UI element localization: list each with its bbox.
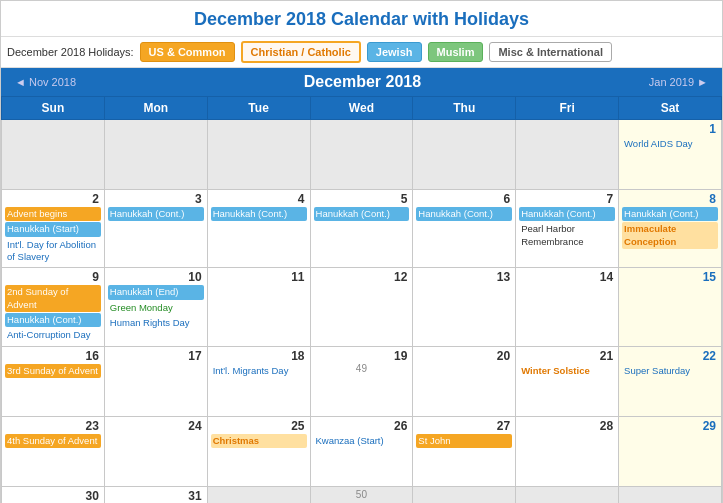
table-row: 23 4th Sunday of Advent 24 25 Christmas … <box>2 416 722 486</box>
day-14: 14 <box>516 268 619 346</box>
event-winter-solstice: Winter Solstice <box>519 364 615 378</box>
event-world-aids: World AIDS Day <box>622 137 718 151</box>
day-number: 9 <box>5 270 101 284</box>
day-12: 12 <box>310 268 413 346</box>
col-fri: Fri <box>516 97 619 120</box>
day-3: 3 Hanukkah (Cont.) <box>104 190 207 268</box>
day-number: 29 <box>622 419 718 433</box>
day-empty <box>104 120 207 190</box>
event-migrants-day: Int'l. Migrants Day <box>211 364 307 378</box>
event-hanukkah-cont: Hanukkah (Cont.) <box>416 207 512 221</box>
day-30: 30 <box>2 486 105 503</box>
event-green-monday: Green Monday <box>108 301 204 315</box>
event-st-john: St John <box>416 434 512 448</box>
table-row: 30 31 50 <box>2 486 722 503</box>
day-number: 17 <box>108 349 204 363</box>
col-tue: Tue <box>207 97 310 120</box>
day-29: 29 <box>619 416 722 486</box>
day-empty <box>619 486 722 503</box>
day-9: 9 2nd Sunday of Advent Hanukkah (Cont.) … <box>2 268 105 346</box>
day-27: 27 St John <box>413 416 516 486</box>
day-number: 26 <box>314 419 410 433</box>
week-number-49: 49 <box>314 363 410 374</box>
day-number: 15 <box>622 270 718 284</box>
badge-us-common[interactable]: US & Common <box>140 42 235 62</box>
day-number: 24 <box>108 419 204 433</box>
event-4th-advent: 4th Sunday of Advent <box>5 434 101 448</box>
calendar-nav: ◄ Nov 2018 December 2018 Jan 2019 ► <box>1 68 722 96</box>
holiday-bar-label: December 2018 Holidays: <box>7 46 134 58</box>
event-immaculate: Immaculate Conception <box>622 222 718 249</box>
day-number: 6 <box>416 192 512 206</box>
day-24: 24 <box>104 416 207 486</box>
day-number: 28 <box>519 419 615 433</box>
event-pearl-harbor: Pearl Harbor Remembrance <box>519 222 615 249</box>
day-17: 17 <box>104 346 207 416</box>
table-row: 2 Advent begins Hanukkah (Start) Int'l. … <box>2 190 722 268</box>
col-sat: Sat <box>619 97 722 120</box>
day-20: 20 <box>413 346 516 416</box>
day-number: 31 <box>108 489 204 503</box>
event-hanukkah-cont: Hanukkah (Cont.) <box>622 207 718 221</box>
day-number: 20 <box>416 349 512 363</box>
day-11: 11 <box>207 268 310 346</box>
day-number: 27 <box>416 419 512 433</box>
badge-misc[interactable]: Misc & International <box>489 42 612 62</box>
day-empty <box>207 120 310 190</box>
day-16: 16 3rd Sunday of Advent <box>2 346 105 416</box>
prev-month-link[interactable]: ◄ Nov 2018 <box>11 76 80 88</box>
day-number: 11 <box>211 270 307 284</box>
day-number: 30 <box>5 489 101 503</box>
event-hanukkah-cont: Hanukkah (Cont.) <box>211 207 307 221</box>
badge-muslim[interactable]: Muslim <box>428 42 484 62</box>
event-hanukkah-end: Hanukkah (End) <box>108 285 204 299</box>
day-15: 15 <box>619 268 722 346</box>
event-3rd-advent: 3rd Sunday of Advent <box>5 364 101 378</box>
badge-jewish[interactable]: Jewish <box>367 42 422 62</box>
day-empty <box>516 486 619 503</box>
day-number: 23 <box>5 419 101 433</box>
event-advent-begins: Advent begins <box>5 207 101 221</box>
day-10: 10 Hanukkah (End) Green Monday Human Rig… <box>104 268 207 346</box>
day-21: 21 Winter Solstice <box>516 346 619 416</box>
day-empty: 50 <box>310 486 413 503</box>
day-number: 14 <box>519 270 615 284</box>
event-hanukkah-cont: Hanukkah (Cont.) <box>314 207 410 221</box>
day-empty <box>207 486 310 503</box>
next-month-link[interactable]: Jan 2019 ► <box>645 76 712 88</box>
day-number: 10 <box>108 270 204 284</box>
day-5: 5 Hanukkah (Cont.) <box>310 190 413 268</box>
table-row: 9 2nd Sunday of Advent Hanukkah (Cont.) … <box>2 268 722 346</box>
event-christmas: Christmas <box>211 434 307 448</box>
col-mon: Mon <box>104 97 207 120</box>
day-number: 8 <box>622 192 718 206</box>
day-empty <box>2 120 105 190</box>
day-number: 13 <box>416 270 512 284</box>
day-8: 8 Hanukkah (Cont.) Immaculate Conception <box>619 190 722 268</box>
day-number: 25 <box>211 419 307 433</box>
day-2: 2 Advent begins Hanukkah (Start) Int'l. … <box>2 190 105 268</box>
day-number: 12 <box>314 270 410 284</box>
day-19: 19 49 <box>310 346 413 416</box>
event-2nd-advent: 2nd Sunday of Advent <box>5 285 101 312</box>
badge-christian[interactable]: Christian / Catholic <box>241 41 361 63</box>
event-super-saturday: Super Saturday <box>622 364 718 378</box>
col-wed: Wed <box>310 97 413 120</box>
holiday-bar: December 2018 Holidays: US & Common Chri… <box>1 36 722 68</box>
day-number: 5 <box>314 192 410 206</box>
page-title: December 2018 Calendar with Holidays <box>1 1 722 36</box>
event-hanukkah-cont: Hanukkah (Cont.) <box>108 207 204 221</box>
event-hanukkah-cont: Hanukkah (Cont.) <box>5 313 101 327</box>
calendar-table: Sun Mon Tue Wed Thu Fri Sat 1 World AI <box>1 96 722 503</box>
day-23: 23 4th Sunday of Advent <box>2 416 105 486</box>
day-number: 21 <box>519 349 615 363</box>
col-thu: Thu <box>413 97 516 120</box>
day-7: 7 Hanukkah (Cont.) Pearl Harbor Remembra… <box>516 190 619 268</box>
event-hanukkah-start: Hanukkah (Start) <box>5 222 101 236</box>
week-number-50: 50 <box>314 489 410 500</box>
day-number: 19 <box>314 349 410 363</box>
day-31: 31 <box>104 486 207 503</box>
day-number: 7 <box>519 192 615 206</box>
day-1: 1 World AIDS Day <box>619 120 722 190</box>
day-empty <box>413 486 516 503</box>
